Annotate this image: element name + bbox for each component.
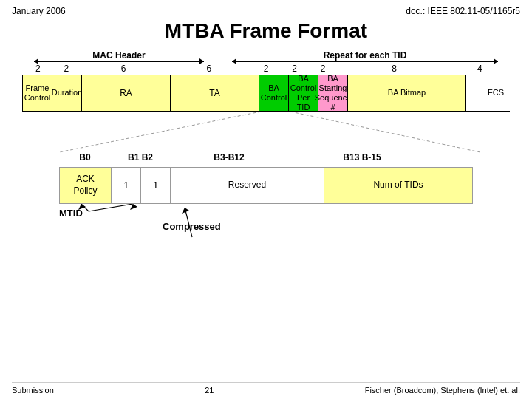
mtid-label: MTID [59,208,83,219]
bit-b1-b2: B1 B2 [111,152,170,163]
num-6-1: 6 [81,64,166,74]
expand-cell-ack: ACKPolicy [60,168,112,203]
num-8: 8 [338,64,451,74]
expand-cell-1b: 1 [141,168,171,203]
page: January 2006 doc.: IEEE 802.11-05/1165r5… [0,0,532,399]
svg-line-3 [89,204,133,211]
num-2-2: 2 [52,64,81,74]
svg-marker-7 [182,208,189,214]
num-6-2: 6 [166,64,252,74]
svg-line-1 [290,112,480,152]
cell-duration: Duration [52,75,82,111]
num-2-1: 2 [24,64,52,74]
svg-line-0 [59,112,261,152]
frame-row: FrameControl Duration RA TA BAControl BA… [22,75,510,112]
bit-b3-b12: B3-B12 [170,152,288,163]
bit-b13-b15: B13 B-15 [288,152,436,163]
cell-frame-control: FrameControl [23,75,52,111]
mac-header-label: MAC Header [92,50,145,61]
cell-ta: TA [171,75,259,111]
num-2-5: 2 [309,64,338,74]
expansion-area: B0 B1 B2 B3-B12 B13 B-15 ACKPolicy 1 1 R… [22,112,510,259]
header: January 2006 doc.: IEEE 802.11-05/1165r5 [12,6,520,16]
cell-ba-bitmap: BA Bitmap [348,75,466,111]
expand-cell-1a: 1 [112,168,141,203]
expand-cell-reserved: Reserved [171,168,324,203]
num-2-4: 2 [280,64,309,74]
compressed-label: Compressed [163,221,221,232]
num-2-3: 2 [252,64,281,74]
num-4: 4 [451,64,508,74]
numbers-row: 2 2 6 6 2 2 2 8 4 [22,64,510,74]
footer-center: 21 [205,386,214,395]
header-left: January 2006 [12,6,66,16]
footer: Submission 21 Fischer (Broadcom), Stephe… [12,382,520,395]
bit-b0: B0 [59,152,111,163]
expand-cell-num-tids: Num of TIDs [324,168,472,203]
svg-marker-5 [130,204,137,210]
footer-left: Submission [12,386,54,395]
repeat-label: Repeat for each TID [324,50,407,61]
cell-ba-starting-seq: BA StartingSequence # [318,75,348,111]
cell-ba-control: BAControl [259,75,289,111]
bit-labels-row: B0 B1 B2 B3-B12 B13 B-15 [59,152,473,163]
cell-ra: RA [82,75,171,111]
page-title: MTBA Frame Format [12,19,520,43]
footer-right: Fischer (Broadcom), Stephens (Intel) et.… [365,386,520,395]
cell-fcs: FCS [466,75,525,111]
diagram-area: MAC Header Repeat for each TID [12,50,520,259]
arrow-row-top: MAC Header Repeat for each TID [22,50,510,62]
expand-frame-row: ACKPolicy 1 1 Reserved Num of TIDs [59,167,473,204]
header-right: doc.: IEEE 802.11-05/1165r5 [406,6,520,16]
